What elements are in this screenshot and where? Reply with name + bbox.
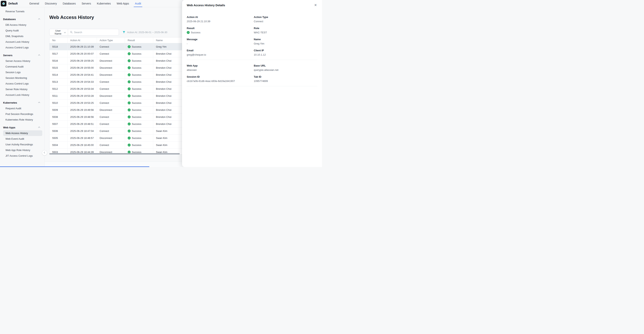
result-label: Success bbox=[132, 130, 141, 132]
sidebar-nav: Reverse TunnelsDatabasesDB Access Histor… bbox=[0, 9, 44, 159]
sidebar-item-server-access-history[interactable]: Server Access History bbox=[3, 58, 42, 64]
column-header-action-type: Action Type bbox=[97, 38, 125, 43]
cell-action_at: 2025-06-29 19:48:51 bbox=[68, 121, 97, 127]
workspace-name[interactable]: Default bbox=[8, 2, 18, 5]
field-result: Result✓Success bbox=[187, 27, 254, 34]
cell-action_at: 2025-06-29 19:53:34 bbox=[68, 86, 97, 92]
tab-servers[interactable]: Servers bbox=[82, 0, 91, 7]
sidebar-section-web-apps[interactable]: Web Apps bbox=[0, 125, 44, 130]
success-icon: ✓ bbox=[128, 144, 130, 147]
sidebar-item-account-lock-history[interactable]: Account Lock History bbox=[3, 92, 42, 98]
chevron-down-icon bbox=[64, 31, 66, 33]
field-value: Greg Yim bbox=[254, 42, 317, 45]
panel-field-grid: Web AppatlassianBase URLquerypie.atlassi… bbox=[187, 64, 317, 83]
field-message: Message- bbox=[187, 38, 254, 45]
cell-action_type: Disconnect bbox=[97, 71, 125, 78]
success-icon: ✓ bbox=[128, 137, 130, 140]
field-label: Message bbox=[187, 38, 254, 41]
result-label: Success bbox=[132, 101, 141, 104]
sidebar-section-kubernetes[interactable]: Kubernetes bbox=[0, 100, 44, 106]
sidebar-item-pod-session-recordings[interactable]: Pod Session Recordings bbox=[3, 111, 42, 117]
sidebar-item-command-audit[interactable]: Command Audit bbox=[3, 64, 42, 70]
sidebar-item-request-audit[interactable]: Request Audit bbox=[3, 106, 42, 111]
cell-no: 5511 bbox=[50, 93, 68, 99]
tab-databases[interactable]: Databases bbox=[63, 0, 76, 7]
sidebar-item-reverse-tunnels[interactable]: Reverse Tunnels bbox=[3, 9, 42, 14]
search-input[interactable] bbox=[74, 31, 117, 34]
sidebar-item-user-activity-recordings[interactable]: User Activity Recordings bbox=[3, 142, 42, 147]
sidebar-item-web-app-role-history[interactable]: Web App Role History bbox=[3, 147, 42, 153]
success-icon: ✓ bbox=[128, 130, 130, 132]
sidebar-item-access-control-logs[interactable]: Access Control Logs bbox=[3, 81, 42, 86]
sidebar-collapse-button[interactable] bbox=[42, 150, 47, 155]
field-value: WAC-TEST bbox=[254, 31, 317, 34]
panel-body: Action At2025-06-29 21:10:39Action TypeC… bbox=[182, 10, 322, 86]
result-label: Success bbox=[132, 109, 141, 111]
column-header-action-at: Action At bbox=[68, 38, 97, 43]
field-value: 1095774699 bbox=[254, 80, 317, 83]
tab-kubernetes[interactable]: Kubernetes bbox=[97, 0, 111, 7]
result-label: Success bbox=[132, 59, 141, 62]
sidebar-item-query-audit[interactable]: Query Audit bbox=[3, 28, 42, 33]
cell-no: 5508 bbox=[50, 114, 68, 120]
cell-action_type: Disconnect bbox=[97, 135, 125, 141]
cell-result: ✓Success bbox=[125, 43, 153, 50]
cell-result: ✓Success bbox=[125, 128, 153, 134]
sidebar-section-databases[interactable]: Databases bbox=[0, 16, 44, 22]
cell-action_type: Disconnect bbox=[97, 107, 125, 113]
filter-bar: User Name Action At: 2025-06-01 ~ 2025-0… bbox=[49, 29, 167, 36]
field-base-url: Base URLquerypie.atlassian.net bbox=[254, 64, 317, 71]
tab-discovery[interactable]: Discovery bbox=[45, 0, 57, 7]
sidebar-item-account-lock-history[interactable]: Account Lock History bbox=[3, 39, 42, 45]
sidebar-item-db-access-history[interactable]: DB Access History bbox=[3, 22, 42, 28]
sidebar-item-web-event-audit[interactable]: Web Event Audit bbox=[3, 136, 42, 142]
cell-action_at: 2025-06-29 18:47:04 bbox=[68, 128, 97, 134]
cell-action_at: 2025-06-29 19:49:56 bbox=[68, 107, 97, 113]
sidebar-item-server-role-history[interactable]: Server Role History bbox=[3, 86, 42, 92]
app-logo[interactable] bbox=[1, 1, 6, 7]
nav-tabs: GeneralDiscoveryDatabasesServersKubernet… bbox=[29, 0, 141, 7]
result-label: Success bbox=[132, 73, 141, 76]
sidebar-item-web-access-history[interactable]: Web Access History bbox=[3, 130, 42, 136]
cell-action_at: 2025-06-29 19:54:33 bbox=[68, 78, 97, 85]
cell-no: 5506 bbox=[50, 128, 68, 134]
filter-icon[interactable] bbox=[122, 31, 126, 34]
close-icon[interactable]: ✕ bbox=[314, 3, 317, 7]
field-role: RoleWAC-TEST bbox=[254, 27, 317, 34]
field-email: Emailgreg@chequer.io bbox=[187, 49, 254, 56]
cell-no: 5514 bbox=[50, 71, 68, 78]
cell-action_type: Connect bbox=[97, 142, 125, 148]
result-label: Success bbox=[132, 123, 141, 125]
tab-general[interactable]: General bbox=[29, 0, 39, 7]
horizontal-scrollbar[interactable] bbox=[49, 153, 180, 155]
sidebar-section-servers[interactable]: Servers bbox=[0, 52, 44, 58]
date-filter[interactable]: Action At: 2025-06-01 ~ 2025-06-30 bbox=[127, 31, 167, 34]
sidebar-item-kubernetes-role-history[interactable]: Kubernetes Role History bbox=[3, 117, 42, 123]
field-label: Role bbox=[254, 27, 317, 30]
cell-action_type: Connect bbox=[97, 121, 125, 127]
sidebar-item-session-monitoring[interactable]: Session Monitoring bbox=[3, 75, 42, 81]
tab-audit[interactable]: Audit bbox=[135, 0, 141, 7]
cell-action_at: 2025-06-29 21:10:39 bbox=[68, 43, 97, 50]
cell-no: 5509 bbox=[50, 107, 68, 113]
result-label: Success bbox=[132, 52, 141, 55]
cell-action_type: Connect bbox=[97, 114, 125, 120]
sidebar-item-jit-access-control-logs[interactable]: JIT Access Control Logs bbox=[3, 153, 42, 159]
result-label: Success bbox=[132, 137, 141, 140]
cell-no: 5505 bbox=[50, 135, 68, 141]
cell-no: 5515 bbox=[50, 64, 68, 71]
cell-action_type: Connect bbox=[97, 86, 125, 92]
search-field-selector[interactable]: User Name bbox=[49, 29, 68, 36]
cell-action_type: Connect bbox=[97, 43, 125, 50]
sidebar-item-access-control-logs[interactable]: Access Control Logs bbox=[3, 45, 42, 50]
page-title: Web Access History bbox=[49, 15, 94, 20]
cell-result: ✓Success bbox=[125, 78, 153, 85]
tab-web-apps[interactable]: Web Apps bbox=[117, 0, 129, 7]
field-label: Name bbox=[254, 38, 317, 41]
sidebar-item-dml-snapshots[interactable]: DML Snapshots bbox=[3, 33, 42, 39]
field-value: 2025-06-29 21:10:39 bbox=[187, 20, 254, 23]
field-label: Action At bbox=[187, 16, 254, 19]
sidebar-item-session-logs[interactable]: Session Logs bbox=[3, 70, 42, 75]
cell-result: ✓Success bbox=[125, 135, 153, 141]
chevron-up-icon bbox=[38, 18, 40, 20]
